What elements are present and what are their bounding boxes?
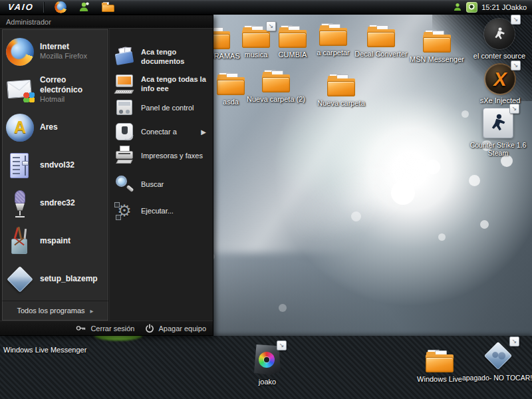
my-computer-icon: [114, 74, 134, 94]
search-icon: [114, 174, 134, 194]
taskbar: VAIO 15:21 JOakko: [0, 0, 532, 15]
volume-control-icon: [6, 152, 34, 180]
network-connect-icon: [114, 122, 134, 142]
menu-item-mspaint[interactable]: mspaint: [6, 222, 108, 260]
run-gear-icon: ⚙: [114, 201, 134, 221]
shut-down-button[interactable]: Apagar equipo: [145, 324, 206, 333]
paint-icon: [6, 227, 34, 255]
menu-item-ares[interactable]: A Ares: [6, 108, 108, 146]
menu-item-documentos[interactable]: Aca tengo documentos: [114, 44, 210, 69]
desktop-icon-cumbia[interactable]: CUMBIA: [271, 25, 314, 59]
desktop-icon-apagado-no-tocar[interactable]: apagado- NO TOCAR!!: [461, 340, 532, 382]
all-programs-button[interactable]: Todos los programas: [2, 301, 108, 321]
soldier-silhouette: [491, 25, 508, 43]
start-menu-header: Administrador: [0, 15, 213, 29]
system-tray: 15:21 JOakko: [453, 2, 532, 13]
quicklaunch-messenger-icon[interactable]: [78, 1, 90, 13]
menu-item-correo[interactable]: Correo electrónico Hotmail: [6, 70, 108, 108]
menu-item-setup-blazemp[interactable]: setup_blazemp: [6, 260, 108, 298]
desktop-icon-a-carpetar[interactable]: a carpetar: [311, 23, 355, 57]
desktop-screen: Windows Live Messenger PROGRAMAS musica …: [0, 0, 532, 399]
desktop-icon-el-conter-source[interactable]: el conter source: [471, 19, 527, 61]
desktop-icon-nueva-carpeta[interactable]: Nueva carpeta: [311, 74, 372, 108]
start-menu-footer: Cerrar sesión Apagar equipo: [0, 321, 213, 335]
user-name: Administrador: [6, 18, 51, 26]
menu-item-panel-de-control[interactable]: Panel de control: [114, 96, 210, 120]
power-icon: [145, 324, 154, 333]
quicklaunch-firefox-icon[interactable]: [55, 1, 66, 13]
folder-icon: [279, 25, 307, 48]
desktop-icon-decal-converter[interactable]: Decal Converter: [351, 25, 411, 59]
microphone-icon: [6, 190, 34, 217]
firefox-icon: [6, 38, 34, 66]
folder-icon: [426, 350, 454, 372]
menu-item-mi-pc[interactable]: Aca tengo todas la info eee: [114, 69, 210, 98]
desktop-icon-msn-messenger[interactable]: MSN Messenger: [406, 30, 467, 64]
menu-item-conectar-a[interactable]: Conectar a ▶: [114, 120, 210, 144]
control-panel-icon: [114, 98, 134, 118]
pinned-programs-panel: Internet Mozilla Firefox Correo electrón…: [2, 29, 108, 301]
tray-messenger-icon[interactable]: [453, 2, 462, 12]
menu-item-sndrec32[interactable]: sndrec32: [6, 184, 108, 222]
folder-icon: [367, 25, 395, 47]
installer-icon: [6, 265, 34, 293]
desktop-icon-counter-strike-16-steam[interactable]: Counter Strike 1.6 Steam: [468, 108, 528, 158]
folder-icon: [327, 74, 355, 96]
shortcut-arrow-icon: [509, 336, 519, 346]
shortcut-arrow-icon: [277, 340, 287, 350]
msn-butterfly-icon: [23, 92, 35, 102]
desktop-icon-nueva-carpeta-2[interactable]: Nueva carpeta (2): [244, 70, 308, 104]
menu-item-buscar[interactable]: Buscar: [114, 172, 210, 196]
documents-folder-icon: [114, 47, 134, 66]
email-icon: [6, 76, 34, 104]
menu-item-sndvol32[interactable]: sndvol32: [6, 146, 108, 184]
desktop-icon-sxe-injected[interactable]: X sXe Injected: [479, 65, 521, 105]
windows-live-messenger-label: Windows Live Messenger: [3, 346, 86, 354]
ares-icon: A: [6, 114, 34, 142]
submenu-arrow-icon: ▶: [201, 128, 206, 136]
desktop-icon-windows-live[interactable]: Windows Live: [413, 350, 466, 384]
system-places-panel: Aca tengo documentos Aca tengo todas la …: [108, 29, 213, 321]
menu-item-internet[interactable]: Internet Mozilla Firefox: [6, 33, 108, 70]
soldier-silhouette: [487, 112, 509, 134]
vaio-start-logo[interactable]: VAIO: [7, 2, 34, 12]
shortcut-arrow-icon: [509, 104, 519, 114]
shortcut-arrow-icon: [511, 15, 521, 25]
folder-icon: [423, 30, 451, 53]
key-icon: [76, 325, 86, 332]
tray-webcam-icon[interactable]: [466, 2, 477, 13]
quicklaunch-folder-icon[interactable]: [102, 2, 114, 12]
folder-icon: [262, 70, 290, 92]
menu-item-ejecutar[interactable]: ⚙ Ejecutar...: [114, 198, 210, 224]
printer-icon: [114, 146, 134, 166]
menu-item-impresoras[interactable]: Impresoras y faxes: [114, 144, 210, 168]
desktop-icon-joako[interactable]: joako: [247, 344, 287, 386]
start-menu: Administrador Internet Mozilla Firefox C…: [0, 15, 213, 336]
taskbar-clock: 15:21 JOakko: [481, 3, 527, 11]
folder-icon: [217, 72, 245, 95]
log-off-button[interactable]: Cerrar sesión: [76, 325, 134, 332]
folder-icon: [319, 23, 347, 46]
taskbar-separator: [43, 2, 44, 13]
shortcut-arrow-icon: [511, 61, 521, 70]
